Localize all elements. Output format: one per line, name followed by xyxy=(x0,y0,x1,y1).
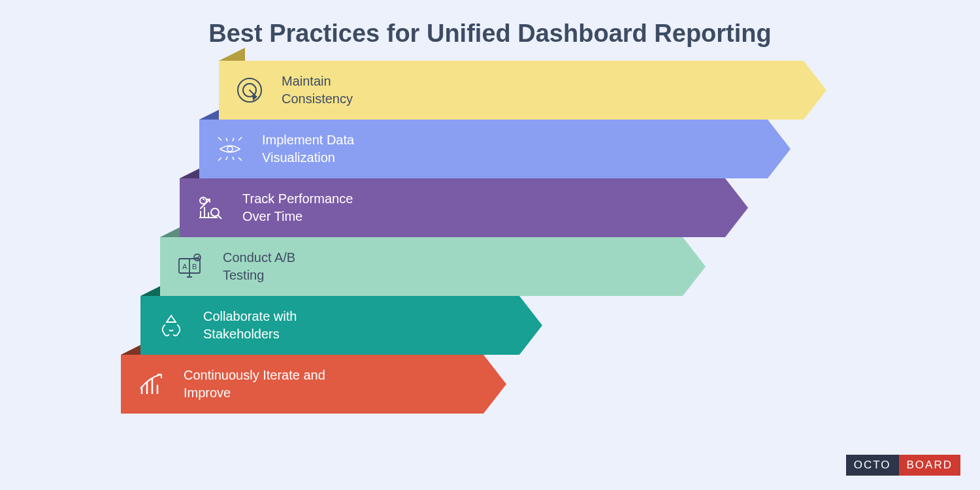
row-label: Conduct A/B Testing xyxy=(223,249,295,284)
row-implement-data-visualization: Implement Data Visualization xyxy=(127,120,980,178)
row-tail xyxy=(219,48,245,61)
row-bar: Continuously Iterate and Improve xyxy=(121,355,483,414)
growth-chart-icon xyxy=(134,369,169,399)
row-ab-testing: A B Conduct A/B Testing xyxy=(127,237,980,296)
row-bar: Maintain Consistency xyxy=(219,61,804,120)
row-bar: A B Conduct A/B Testing xyxy=(160,237,683,296)
funnel-rows: Maintain Consistency Imp xyxy=(127,61,980,414)
ab-test-icon: A B xyxy=(173,251,208,282)
row-label: Track Performance Over Time xyxy=(242,190,353,225)
octoboard-logo: OCTO BOARD xyxy=(846,455,960,476)
svg-text:A: A xyxy=(182,263,188,270)
row-bar: Track Performance Over Time xyxy=(180,178,725,237)
row-bar: Implement Data Visualization xyxy=(199,120,768,178)
target-icon xyxy=(232,76,267,105)
row-bar: Collaborate with Stakeholders xyxy=(140,296,519,355)
row-iterate-improve: Continuously Iterate and Improve xyxy=(127,355,980,414)
logo-part-1: OCTO xyxy=(846,455,899,476)
row-label: Implement Data Visualization xyxy=(262,131,354,167)
collaborate-hands-icon xyxy=(154,310,189,340)
row-label: Maintain Consistency xyxy=(282,73,353,108)
page-title: Best Practices for Unified Dashboard Rep… xyxy=(0,0,980,61)
eye-insight-icon xyxy=(212,134,248,164)
svg-text:B: B xyxy=(192,263,197,270)
row-collaborate-stakeholders: Collaborate with Stakeholders xyxy=(127,296,980,355)
svg-point-8 xyxy=(194,254,201,261)
svg-point-2 xyxy=(227,146,233,152)
row-label: Collaborate with Stakeholders xyxy=(203,308,297,343)
logo-part-2: BOARD xyxy=(899,455,960,476)
row-track-performance: Track Performance Over Time xyxy=(127,178,980,237)
chart-magnify-icon xyxy=(193,193,228,223)
row-maintain-consistency: Maintain Consistency xyxy=(127,61,980,120)
row-label: Continuously Iterate and Improve xyxy=(184,367,325,402)
